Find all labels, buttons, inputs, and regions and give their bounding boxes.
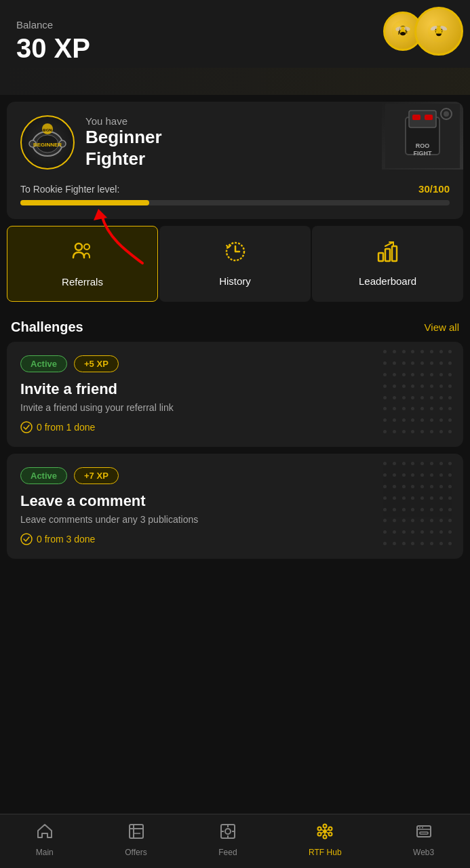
svg-text:BGN: BGN <box>43 128 52 132</box>
dots-pattern-0 <box>375 342 463 447</box>
token-coin-large <box>414 7 463 56</box>
status-badge-0: Active <box>20 355 67 372</box>
challenges-header: Challenges View all <box>0 309 470 342</box>
referrals-button[interactable]: Referrals <box>7 226 158 302</box>
svg-point-67 <box>419 827 420 829</box>
svg-text:BEGINNER: BEGINNER <box>33 142 62 148</box>
svg-rect-27 <box>412 115 420 120</box>
svg-point-34 <box>84 244 90 250</box>
check-circle-icon-1 <box>20 533 33 545</box>
xp-badge-0: +5 XP <box>74 355 119 372</box>
svg-point-56 <box>329 833 332 836</box>
svg-rect-16 <box>435 33 443 34</box>
progress-bar-fill <box>20 200 149 205</box>
svg-point-41 <box>21 422 32 433</box>
svg-point-58 <box>318 833 321 836</box>
main-content: Balance 30 XP RTF <box>0 0 470 627</box>
status-badge-1: Active <box>20 467 67 484</box>
view-all-button[interactable]: View all <box>425 321 459 333</box>
svg-point-33 <box>75 243 82 250</box>
progress-row: To Rookie Fighter level: 30/100 <box>20 183 450 195</box>
svg-rect-28 <box>425 115 433 120</box>
nav-feed[interactable]: Feed <box>218 823 237 857</box>
svg-rect-36 <box>378 253 383 261</box>
history-icon <box>223 239 248 269</box>
history-label: History <box>219 275 251 287</box>
token-icons: RTF <box>383 7 463 56</box>
svg-rect-38 <box>392 246 397 261</box>
xp-badge-1: +7 XP <box>74 467 119 484</box>
referrals-icon <box>71 240 95 269</box>
progress-value: 30/100 <box>418 183 450 195</box>
home-icon <box>36 823 54 845</box>
nav-offers[interactable]: Offers <box>125 823 146 857</box>
svg-point-54 <box>324 825 327 828</box>
fighter-badge: BGN BEGINNER <box>20 115 75 170</box>
challenges-title: Challenges <box>11 319 83 335</box>
dots-pattern-1 <box>375 454 463 559</box>
svg-text:ROO: ROO <box>416 142 430 149</box>
leaderboard-icon <box>376 239 400 269</box>
fighter-card: BGN BEGINNER You have Beginner Fighter <box>7 102 463 219</box>
quick-actions-wrap: Referrals History <box>0 226 470 302</box>
quick-actions: Referrals History <box>7 226 463 302</box>
svg-point-55 <box>329 827 332 831</box>
nav-main-label: Main <box>36 848 54 857</box>
svg-point-53 <box>323 829 327 833</box>
check-circle-icon-0 <box>20 421 33 433</box>
svg-text:FIGHT: FIGHT <box>414 150 432 157</box>
nav-rtf-hub-label: RTF Hub <box>309 848 341 857</box>
svg-point-57 <box>324 835 327 839</box>
svg-rect-69 <box>420 832 428 834</box>
challenge-card-1: Active +7 XP Leave a comment Leave comme… <box>7 454 463 559</box>
svg-point-59 <box>318 827 321 831</box>
challenges-section: Challenges View all Active +5 XP Invite … <box>0 309 470 559</box>
svg-point-5 <box>400 32 405 35</box>
rookie-art: ROO FIGHT <box>382 102 463 170</box>
referrals-label: Referrals <box>62 276 103 288</box>
offers-icon <box>128 823 145 845</box>
bottom-nav: Main Offers Feed <box>0 814 470 868</box>
progress-bar-bg <box>20 200 450 205</box>
nav-rtf-hub[interactable]: RTF Hub <box>309 823 341 857</box>
svg-rect-66 <box>417 826 431 837</box>
svg-rect-37 <box>385 249 390 261</box>
svg-point-68 <box>422 827 423 829</box>
leaderboard-label: Leaderboard <box>359 275 416 287</box>
progress-label: To Rookie Fighter level: <box>20 184 119 195</box>
feed-icon <box>219 823 237 845</box>
svg-point-42 <box>21 534 32 545</box>
svg-point-48 <box>225 829 231 834</box>
leaderboard-button[interactable]: Leaderboard <box>312 226 463 302</box>
fighter-top: BGN BEGINNER You have Beginner Fighter <box>20 115 450 170</box>
nav-offers-label: Offers <box>125 848 146 857</box>
nav-web3-label: Web3 <box>413 848 434 857</box>
nav-main[interactable]: Main <box>36 823 54 857</box>
svg-point-32 <box>444 111 449 117</box>
nav-web3[interactable]: Web3 <box>413 823 434 857</box>
nav-feed-label: Feed <box>218 848 237 857</box>
hub-icon <box>316 823 334 845</box>
svg-rect-15 <box>435 30 443 31</box>
web3-icon <box>415 823 433 845</box>
challenge-card-0: Active +5 XP Invite a friend Invite a fr… <box>7 342 463 447</box>
history-button[interactable]: History <box>159 226 311 302</box>
header-section: Balance 30 XP RTF <box>0 0 470 95</box>
svg-rect-43 <box>130 825 143 838</box>
